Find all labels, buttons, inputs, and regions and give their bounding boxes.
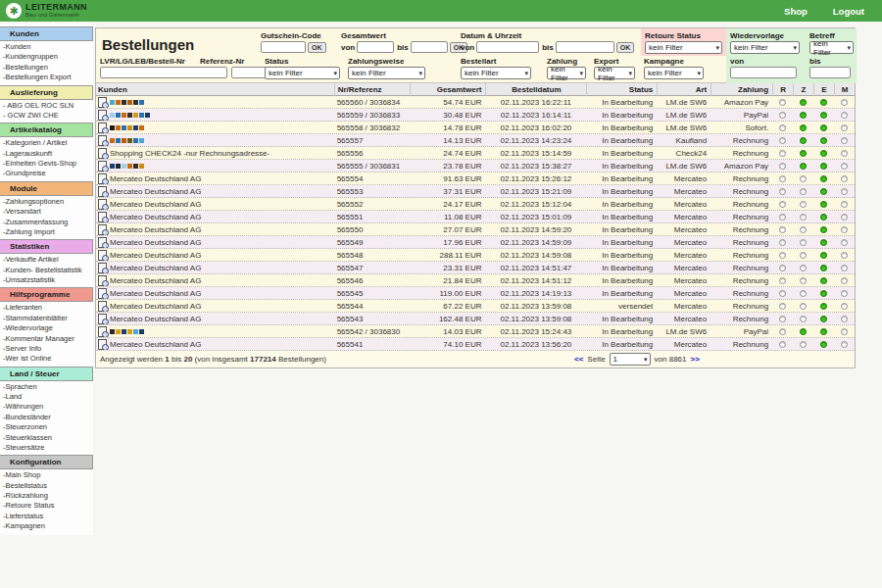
- gesamtwert-von-input[interactable]: [357, 41, 394, 53]
- sidebar-item[interactable]: -Steuerzonen: [0, 421, 93, 431]
- indicator-e-radio[interactable]: [820, 99, 827, 106]
- indicator-r-radio[interactable]: [779, 175, 786, 182]
- indicator-r-radio[interactable]: [779, 214, 786, 220]
- sidebar-item[interactable]: -Versandart: [0, 206, 93, 216]
- view-order-icon[interactable]: [98, 212, 107, 222]
- view-order-icon[interactable]: [98, 275, 107, 286]
- sidebar-item[interactable]: -Retoure Status: [0, 500, 93, 510]
- indicator-e-radio[interactable]: [820, 163, 827, 170]
- gesamtwert-bis-input[interactable]: [411, 41, 448, 53]
- indicator-m-radio[interactable]: [841, 265, 848, 271]
- indicator-e-radio[interactable]: [820, 124, 827, 131]
- indicator-z-radio[interactable]: [800, 265, 807, 271]
- indicator-z-radio[interactable]: [800, 175, 807, 182]
- export-select[interactable]: kein Filter▾: [594, 67, 635, 79]
- sidebar-item[interactable]: -Rückzahlung: [0, 490, 93, 500]
- indicator-r-radio[interactable]: [779, 163, 786, 170]
- view-order-icon[interactable]: [98, 301, 107, 312]
- sidebar-item[interactable]: -Lieferanten: [0, 302, 93, 312]
- indicator-r-radio[interactable]: [779, 328, 786, 335]
- indicator-m-radio[interactable]: [841, 239, 848, 246]
- indicator-e-radio[interactable]: [820, 290, 827, 297]
- sidebar-item[interactable]: -Main Shop: [0, 469, 93, 479]
- sidebar-item[interactable]: -Kunden- Bestellstatistik: [0, 265, 93, 274]
- indicator-e-radio[interactable]: [820, 239, 827, 246]
- indicator-z-radio[interactable]: [800, 112, 807, 119]
- indicator-e-radio[interactable]: [820, 214, 827, 220]
- view-order-icon[interactable]: [98, 263, 107, 273]
- indicator-z-radio[interactable]: [800, 303, 807, 310]
- sidebar-item[interactable]: -Bestellstatus: [0, 480, 93, 490]
- indicator-e-radio[interactable]: [820, 303, 827, 310]
- indicator-r-radio[interactable]: [779, 150, 786, 157]
- indicator-z-radio[interactable]: [800, 137, 807, 144]
- indicator-r-radio[interactable]: [779, 265, 786, 271]
- sidebar-item[interactable]: -Bundesländer: [0, 412, 93, 421]
- indicator-z-radio[interactable]: [800, 150, 807, 157]
- indicator-r-radio[interactable]: [779, 99, 786, 106]
- sidebar-item[interactable]: -Sprachen: [0, 381, 93, 391]
- indicator-r-radio[interactable]: [779, 277, 786, 284]
- kampagne-select[interactable]: kein Filter▾: [644, 67, 704, 79]
- next-page-link[interactable]: >>: [691, 355, 700, 364]
- datum-bis-input[interactable]: [556, 41, 614, 53]
- indicator-e-radio[interactable]: [820, 328, 827, 335]
- indicator-z-radio[interactable]: [800, 239, 807, 246]
- sidebar-item[interactable]: -Kategorien / Artikel: [0, 137, 93, 147]
- indicator-m-radio[interactable]: [841, 316, 848, 322]
- prev-page-link[interactable]: <<: [574, 355, 583, 364]
- indicator-m-radio[interactable]: [841, 290, 848, 297]
- sidebar-item[interactable]: -Bestellungen Export: [0, 72, 93, 81]
- indicator-z-radio[interactable]: [800, 163, 807, 170]
- indicator-z-radio[interactable]: [800, 277, 807, 284]
- view-order-icon[interactable]: [98, 314, 107, 324]
- indicator-r-radio[interactable]: [779, 252, 786, 259]
- indicator-r-radio[interactable]: [779, 112, 786, 119]
- indicator-e-radio[interactable]: [820, 201, 827, 208]
- view-order-icon[interactable]: [98, 250, 107, 261]
- indicator-r-radio[interactable]: [779, 290, 786, 297]
- indicator-z-radio[interactable]: [800, 188, 807, 195]
- sidebar-item[interactable]: -Zahlungsoptionen: [0, 196, 93, 206]
- indicator-m-radio[interactable]: [841, 188, 848, 195]
- wiedervorlage-bis-input[interactable]: [809, 67, 851, 78]
- sidebar-item[interactable]: - ABG OEL ROC SLN: [0, 100, 93, 110]
- view-order-icon[interactable]: [98, 173, 107, 184]
- sidebar-item[interactable]: -Server Info: [0, 343, 93, 353]
- indicator-z-radio[interactable]: [800, 316, 807, 322]
- sidebar-item[interactable]: - GCW ZWI CHE: [0, 110, 93, 120]
- indicator-r-radio[interactable]: [779, 239, 786, 246]
- sidebar-item[interactable]: -Lieferstatus: [0, 511, 93, 520]
- indicator-m-radio[interactable]: [841, 150, 848, 157]
- indicator-e-radio[interactable]: [820, 265, 827, 271]
- indicator-r-radio[interactable]: [779, 226, 786, 233]
- bestellart-select[interactable]: kein Filter▾: [461, 67, 531, 79]
- shop-link[interactable]: Shop: [784, 6, 808, 17]
- indicator-e-radio[interactable]: [820, 188, 827, 195]
- sidebar-item[interactable]: -Zahlung Import: [0, 226, 93, 236]
- zahlungsweise-select[interactable]: kein Filter▾: [348, 67, 425, 79]
- retoure-status-select[interactable]: kein Filter▾: [645, 41, 722, 54]
- sidebar-item[interactable]: -Lagerauskunft: [0, 148, 93, 158]
- indicator-r-radio[interactable]: [779, 316, 786, 322]
- indicator-z-radio[interactable]: [800, 201, 807, 208]
- indicator-e-radio[interactable]: [820, 226, 827, 233]
- sidebar-item[interactable]: -Wer ist Online: [0, 353, 93, 363]
- indicator-r-radio[interactable]: [779, 303, 786, 310]
- indicator-z-radio[interactable]: [800, 252, 807, 259]
- view-order-icon[interactable]: [98, 97, 107, 108]
- indicator-r-radio[interactable]: [779, 201, 786, 208]
- sidebar-item[interactable]: -Kommentar Manager: [0, 333, 93, 343]
- datum-von-input[interactable]: [476, 41, 539, 53]
- zahlung-select[interactable]: kein Filter▾: [547, 67, 586, 79]
- indicator-m-radio[interactable]: [841, 226, 848, 233]
- sidebar-item[interactable]: -Einheiten Gevis-Shop: [0, 158, 93, 168]
- indicator-m-radio[interactable]: [841, 341, 848, 348]
- indicator-m-radio[interactable]: [841, 112, 848, 119]
- indicator-e-radio[interactable]: [820, 341, 827, 348]
- indicator-m-radio[interactable]: [841, 277, 848, 284]
- indicator-z-radio[interactable]: [800, 328, 807, 335]
- indicator-e-radio[interactable]: [820, 175, 827, 182]
- indicator-m-radio[interactable]: [841, 328, 848, 335]
- view-order-icon[interactable]: [98, 237, 107, 248]
